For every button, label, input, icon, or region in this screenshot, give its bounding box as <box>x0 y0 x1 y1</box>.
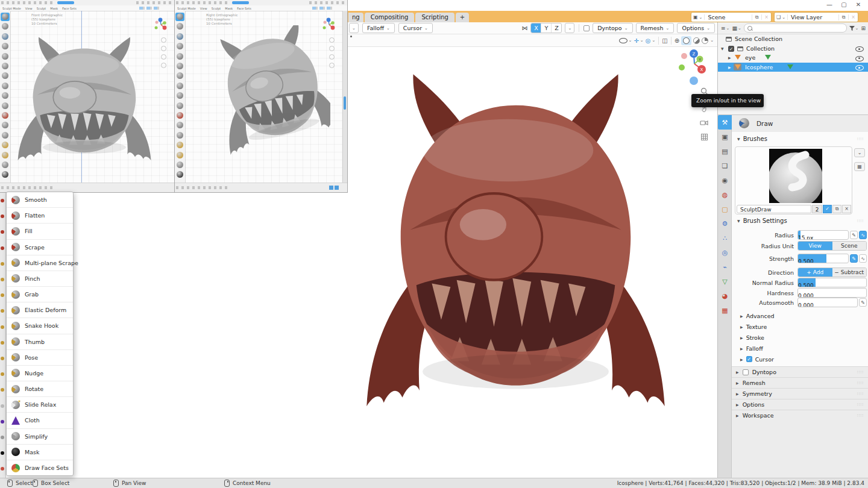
custom-curve-button[interactable]: ✎ <box>859 298 867 307</box>
panel-grip[interactable]: ∷∷ <box>857 413 864 418</box>
outliner-row-scene-collection[interactable]: Scene Collection <box>718 34 868 44</box>
brush-thumbnail-button[interactable]: ▦ <box>854 162 865 171</box>
mini-brush-icon[interactable] <box>177 142 183 148</box>
dyntopo-checkbox[interactable] <box>583 25 590 31</box>
brush-menu-item-scrape[interactable]: Scrape <box>7 240 73 255</box>
panel-grip[interactable]: ∷∷ <box>857 381 864 386</box>
brush-selector-well[interactable]: SculptDraw 2 ✓ ⧉ × <box>735 146 852 214</box>
mini-brush-icon[interactable] <box>177 53 183 60</box>
properties-tab-modifiers[interactable]: ⚙ <box>718 216 732 231</box>
collapsed-toolbar-strip[interactable] <box>0 193 6 478</box>
mini-menu-mask[interactable]: Mask <box>50 7 58 10</box>
panel-grip[interactable]: ∷∷ <box>857 219 864 224</box>
overlays-dropdown[interactable]: ◎⌄ <box>646 37 656 44</box>
mini-menu-face-sets[interactable]: Face Sets <box>62 7 77 10</box>
main-3d-viewport[interactable] <box>348 47 717 478</box>
mini-brush-icon[interactable] <box>2 142 8 148</box>
properties-tab-render[interactable]: ▣ <box>718 130 732 144</box>
properties-tab-material[interactable]: ◕ <box>718 289 732 303</box>
gray-monster-three-quarter[interactable] <box>210 25 330 163</box>
fake-user-toggle[interactable]: ✓ <box>823 205 832 213</box>
maximize-button[interactable]: ▢ <box>839 1 849 8</box>
mini-brush-icon[interactable] <box>2 83 8 89</box>
workspace-tab-[interactable]: + <box>456 13 469 22</box>
outliner-row-icosphere[interactable]: ▶Icosphere <box>718 63 868 72</box>
subpanel-falloff[interactable]: ▶Falloff <box>740 344 763 352</box>
brush-menu-item-mask[interactable]: Mask <box>7 445 73 460</box>
hardness-slider[interactable]: 0.000 <box>797 288 867 298</box>
mini-brush-icon[interactable] <box>177 102 183 109</box>
custom-curve-button[interactable]: ✎ <box>850 254 858 263</box>
outliner-row-eye[interactable]: ▶eye <box>718 53 868 63</box>
pressure-sensitivity-toggle[interactable]: ∿ <box>859 231 867 239</box>
panel-options[interactable]: ▶Options∷∷ <box>732 399 868 410</box>
mini-brush-icon[interactable] <box>177 63 183 69</box>
properties-tab-texture[interactable]: ▦ <box>718 303 732 318</box>
panel-remesh[interactable]: ▶Remesh∷∷ <box>732 377 868 388</box>
new-scene-button[interactable]: ⧉ <box>752 14 761 20</box>
brush-menu-item-nudge[interactable]: Nudge <box>7 366 73 381</box>
toolbar-brush-dot[interactable] <box>1 325 4 329</box>
unlink-brush-button[interactable]: × <box>842 205 851 213</box>
viewport-navigation-gizmo[interactable]: Z Y X <box>676 47 712 86</box>
expander-icon[interactable]: ▶ <box>728 65 731 69</box>
mini-menu-sculpt[interactable]: Sculpt <box>212 7 221 10</box>
mini-brush-icon[interactable] <box>177 23 183 30</box>
remesh-dropdown[interactable]: Remesh⌄ <box>636 23 675 33</box>
mini-brush-icon[interactable] <box>177 171 183 178</box>
mini-brush-icon[interactable] <box>177 122 183 128</box>
mini-brush-icon[interactable] <box>2 23 8 30</box>
properties-tab-constraints[interactable]: ⌁ <box>718 260 732 274</box>
mini-brush-icon[interactable] <box>177 13 183 20</box>
properties-tab-world[interactable]: ◍ <box>718 187 732 202</box>
toolbar-brush-dot[interactable] <box>1 467 4 471</box>
shading-rendered-button[interactable] <box>702 37 708 44</box>
brush-preview-image[interactable] <box>769 149 822 203</box>
brush-menu-item-thumb[interactable]: Thumb <box>7 334 73 350</box>
workspace-tab-scripting[interactable]: Scripting <box>415 13 454 22</box>
brush-menu-item-smooth[interactable]: Smooth <box>7 192 73 208</box>
mini-brush-icon[interactable] <box>177 72 183 79</box>
mini-window-right-view[interactable]: Sculpt ModeViewSculptMaskFace Sets Right… <box>175 0 348 193</box>
dyntopo-checkbox[interactable] <box>743 369 749 375</box>
radius-unit-option-scene[interactable]: Scene <box>832 242 867 250</box>
dyntopo-dropdown[interactable]: Dyntopo⌄ <box>593 23 632 33</box>
shading-material-button[interactable] <box>693 37 700 44</box>
brush-menu-item-simplify[interactable]: Simplify <box>7 429 73 445</box>
mini-brush-icon[interactable] <box>2 33 8 40</box>
gizmos-dropdown[interactable]: ✛⌄ <box>634 37 643 44</box>
mini-brush-icon[interactable] <box>2 92 8 99</box>
cursor-checkbox[interactable]: ✓ <box>746 356 752 362</box>
mini-brush-icon[interactable] <box>177 152 183 158</box>
partial-dropdown-button[interactable]: ⌄ <box>349 23 359 33</box>
falloff-dropdown[interactable]: Falloff⌄ <box>362 23 395 33</box>
toolbar-brush-dot[interactable] <box>1 214 4 218</box>
autosmooth-slider[interactable]: 0.000 <box>797 298 858 307</box>
brushes-panel-header[interactable]: ▼ Brushes <box>737 136 767 142</box>
panel-grip[interactable]: ∷∷ <box>857 402 864 407</box>
cursor-dropdown[interactable]: Cursor⌄ <box>398 23 433 33</box>
mini-menu-face-sets[interactable]: Face Sets <box>237 7 251 10</box>
brush-menu-item-pose[interactable]: Pose <box>7 350 73 366</box>
brush-users-count[interactable]: 2 <box>812 205 822 213</box>
visibility-dropdown[interactable]: ⌄ <box>619 38 632 43</box>
workspace-tab-compositing[interactable]: Compositing <box>365 13 415 22</box>
toolbar-brush-dot[interactable] <box>1 309 4 313</box>
duplicate-brush-button[interactable]: ⧉ <box>832 205 841 213</box>
mini-navigation-gizmo[interactable] <box>321 17 338 34</box>
search-input[interactable] <box>744 23 847 33</box>
brush-menu-item-cloth[interactable]: Cloth <box>7 413 73 428</box>
properties-tab-physics[interactable]: ◎ <box>718 245 732 260</box>
mini-brush-icon[interactable] <box>177 92 183 99</box>
mini-brush-icon[interactable] <box>2 112 8 119</box>
toolbar-brush-dot[interactable] <box>1 262 4 266</box>
toolbar-brush-dot[interactable] <box>1 199 4 202</box>
toolbar-brush-dot[interactable] <box>1 420 4 424</box>
mini-brush-icon[interactable] <box>177 112 183 119</box>
strength-slider[interactable]: 0.500 <box>797 254 849 263</box>
mini-brush-icon[interactable] <box>2 53 8 60</box>
mini-brush-icon[interactable] <box>2 152 8 158</box>
properties-tab-scene[interactable]: ◉ <box>718 173 732 187</box>
collection-checkbox[interactable]: ✓ <box>728 46 734 52</box>
toolbar-brush-dot[interactable] <box>1 388 4 392</box>
